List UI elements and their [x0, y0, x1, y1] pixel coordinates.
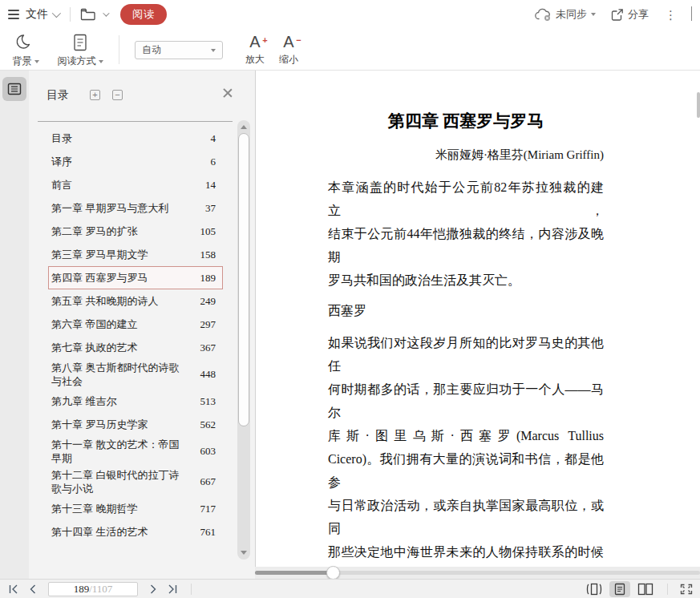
toc-item-page: 6: [211, 156, 216, 168]
toc-scrollbar-thumb[interactable]: [238, 133, 249, 426]
toc-item-page: 717: [200, 503, 216, 515]
toc-item-page: 761: [200, 526, 216, 539]
collapse-all-icon[interactable]: −: [112, 90, 123, 100]
file-menu-button[interactable]: 文件: [21, 7, 63, 22]
toc-item-label: 第二章 罗马的扩张: [51, 224, 189, 238]
text-line: 库斯·图里乌斯·西塞罗(Marcus Tullius: [328, 424, 604, 447]
divider: [667, 584, 668, 595]
chevron-down-icon: [34, 60, 39, 63]
expand-all-icon[interactable]: +: [90, 90, 100, 100]
toc-item-page: 189: [200, 272, 216, 285]
toc-item-label: 译序: [51, 155, 189, 168]
text-line: 如果说我们对这段岁月所知的比对罗马史的其他任: [328, 331, 604, 378]
zoom-level-select[interactable]: 自动: [135, 41, 223, 59]
divider: [38, 121, 233, 122]
read-mode-button[interactable]: 阅读方式: [50, 33, 111, 68]
page-number-input[interactable]: 189/1107: [48, 582, 138, 596]
toc-item[interactable]: 第十二章 白银时代的拉丁诗歌与小说 667: [48, 467, 223, 497]
toc-scrollbar[interactable]: [237, 120, 250, 560]
paragraph: 本章涵盖的时代始于公元前82年苏拉独裁的建立，结束于公元前44年恺撒独裁的终结，…: [328, 176, 604, 292]
toc-item-page: 249: [200, 295, 216, 308]
chevron-down-icon: [99, 60, 103, 63]
close-icon[interactable]: [221, 87, 234, 99]
facing-pages-view-icon: [637, 583, 654, 596]
toc-item-label: 第九章 维吉尔: [51, 394, 189, 408]
open-file-chevron-icon[interactable]: [103, 10, 109, 16]
toc-item[interactable]: 第十三章 晚期哲学 717: [48, 497, 223, 520]
next-page-button[interactable]: [146, 582, 160, 596]
toc-item-page: 105: [200, 225, 216, 238]
scroll-up-icon[interactable]: [241, 125, 247, 129]
toc-item-label: 前言: [51, 178, 189, 192]
text-line: 与日常政治活动，或亲自执掌国家最高职位，或同: [328, 494, 604, 540]
cloud-unsynced-icon: [535, 8, 552, 22]
toc-item[interactable]: 第九章 维吉尔 513: [48, 390, 223, 413]
menu-icon[interactable]: [6, 8, 21, 21]
toc-item[interactable]: 第十章 罗马历史学家 562: [48, 413, 223, 436]
toc-item[interactable]: 第四章 西塞罗与罗马 189: [48, 266, 223, 289]
toc-item[interactable]: 第七章 执政的艺术 367: [48, 336, 223, 359]
toc-item[interactable]: 第十四章 生活的艺术 761: [48, 520, 223, 543]
first-page-icon: [8, 584, 19, 594]
scroll-down-icon[interactable]: [241, 551, 247, 555]
zoom-in-label: 放大: [245, 53, 265, 67]
toc-item-label: 第十四章 生活的艺术: [51, 525, 189, 539]
toc-item[interactable]: 目录 4: [48, 127, 223, 150]
share-button[interactable]: 分享: [610, 7, 649, 22]
toc-item[interactable]: 第一章 早期罗马与意大利 37: [48, 196, 223, 220]
zoom-out-button[interactable]: A− 缩小: [273, 33, 305, 67]
toc-item-label: 第五章 共和晚期的诗人: [51, 294, 189, 308]
toc-item[interactable]: 第二章 罗马的扩张 105: [48, 220, 223, 243]
reading-mode-icon: [71, 33, 89, 52]
toc-item[interactable]: 第三章 罗马早期文学 158: [48, 243, 223, 266]
toc-item[interactable]: 前言 14: [48, 173, 223, 196]
sync-status-button[interactable]: 未同步: [535, 7, 596, 22]
toc-item-label: 目录: [51, 131, 189, 145]
facing-pages-view-button[interactable]: [635, 581, 656, 597]
background-label: 背景: [13, 55, 32, 68]
more-icon[interactable]: ⋮: [665, 9, 677, 21]
open-file-button[interactable]: [77, 6, 99, 22]
document-page: 第四章 西塞罗与罗马米丽娅姆·格里芬(Miriam Griffin)本章涵盖的时…: [255, 71, 700, 567]
paragraph: 如果说我们对这段岁月所知的比对罗马史的其他任何时期都多的话，那主要应归功于一个人…: [328, 331, 604, 567]
chevron-down-icon: [211, 49, 216, 52]
toc-item-label: 第十一章 散文的艺术：帝国早期: [51, 438, 189, 465]
toc-item-label: 第十二章 白银时代的拉丁诗歌与小说: [51, 468, 189, 495]
text-line: 何时期都多的话，那主要应归功于一个人——马尔: [328, 378, 604, 424]
toc-item[interactable]: 第五章 共和晚期的诗人 249: [48, 289, 223, 313]
single-page-view-icon: [613, 583, 626, 596]
zoom-in-button[interactable]: A+ 放大: [239, 33, 271, 67]
toc-item-label: 第七章 执政的艺术: [51, 341, 189, 354]
toc-item[interactable]: 第十一章 散文的艺术：帝国早期 603: [48, 436, 223, 467]
toc-item-label: 第十三章 晚期哲学: [51, 502, 189, 515]
divider: [70, 7, 71, 22]
slider-track[interactable]: [255, 571, 700, 575]
single-page-view-button[interactable]: [609, 581, 630, 597]
toc-list: 目录 4 译序 6 前言 14 第一章 早期罗马与意大利 37 第二章 罗马的扩…: [29, 127, 237, 543]
toc-item[interactable]: 第六章 帝国的建立 297: [48, 313, 223, 336]
text-line: 结束于公元前44年恺撒独裁的终结，内容涉及晚期: [328, 222, 604, 269]
toc-item[interactable]: 译序 6: [48, 150, 223, 173]
chevron-down-icon: [591, 13, 596, 16]
text-line: 罗马共和国的政治生活及其灭亡。: [328, 269, 604, 292]
moon-icon: [16, 33, 35, 52]
last-page-button[interactable]: [165, 582, 180, 596]
prev-page-button[interactable]: [26, 582, 40, 596]
toc-item-page: 603: [200, 445, 216, 458]
continuous-view-button[interactable]: [584, 581, 605, 597]
first-page-button[interactable]: [6, 582, 21, 596]
page-content: 第四章 西塞罗与罗马米丽娅姆·格里芬(Miriam Griffin)本章涵盖的时…: [256, 71, 700, 567]
read-tab-button[interactable]: 阅读: [120, 4, 167, 25]
author-line: 米丽娅姆·格里芬(Miriam Griffin): [328, 146, 604, 164]
toc-item[interactable]: 第八章 奥古斯都时代的诗歌与社会 448: [48, 359, 223, 390]
ribbon-toolbar: 背景 阅读方式 自动 A+ 放大 A− 缩小: [0, 29, 700, 71]
toc-panel-toggle-button[interactable]: [2, 77, 26, 101]
background-button[interactable]: 背景: [5, 33, 47, 68]
chevron-up-icon: [691, 6, 692, 21]
chapter-title: 第四章 西塞罗与罗马: [328, 109, 604, 133]
document-scrollbar-thumb[interactable]: [697, 92, 700, 118]
fullscreen-button[interactable]: [679, 582, 694, 596]
slider-knob[interactable]: [326, 566, 340, 580]
prev-page-icon: [29, 584, 37, 594]
collapse-toolbar-button[interactable]: [691, 7, 692, 22]
